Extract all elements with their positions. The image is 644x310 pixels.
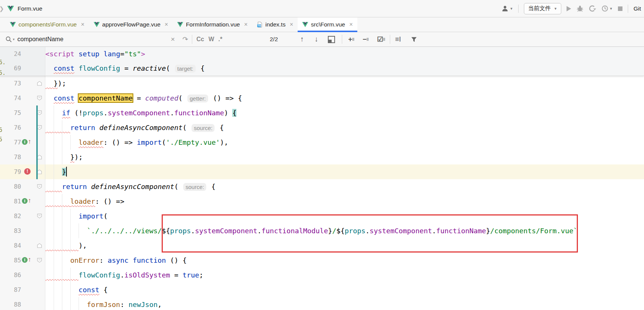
vcs-change-marker[interactable] [36,150,38,164]
code-text[interactable]: return defineAsyncComponent( source: { [45,120,644,135]
code-line-85[interactable]: 85I↑ onError: async function () { [0,253,644,268]
code-line-69[interactable]: 69 const flowConfig = reactive( target: … [0,61,644,76]
vcs-change-marker[interactable] [36,120,38,135]
code-line-76[interactable]: 76 return defineAsyncComponent( source: … [0,120,644,135]
code-text[interactable]: } [45,164,644,179]
code-text[interactable]: flowConfig.isOldSystem = true; [45,268,644,282]
fold-marker-icon[interactable] [35,209,44,223]
fold-marker-icon[interactable] [35,238,44,253]
code-line-84[interactable]: 84 ), [0,238,644,253]
code-line-81[interactable]: 81I↑ loader: () => [0,194,644,209]
run-configuration-dropdown[interactable]: 当前文件 ▼ [524,3,561,14]
close-tab-icon[interactable]: × [290,21,293,28]
vcs-change-marker[interactable] [36,135,38,150]
code-text[interactable]: formJson: newJson, [45,297,644,310]
indent-guide [62,282,62,297]
fold-marker-icon[interactable] [35,253,44,268]
add-occurrence-button[interactable]: +II [348,32,354,46]
tab-approveflowpage.vue[interactable]: approveFlowPage.vue× [89,17,173,32]
fold-marker-icon[interactable] [35,179,44,194]
run-with-coverage-button[interactable] [589,5,596,12]
code-text[interactable]: loader: () => import('./Empty.vue'), [45,135,644,150]
next-occurrence-button[interactable]: ↓ [315,32,318,46]
code-line-83[interactable]: 83 `./../../../views/${props.systemCompo… [0,223,644,238]
code-line-86[interactable]: 86 flowConfig.isOldSystem = true; [0,268,644,282]
code-text[interactable]: const { [45,282,644,297]
code-line-78[interactable]: 78 }); [0,150,644,164]
error-gutter-icon[interactable]: ! [24,168,31,175]
code-token: / [332,227,336,235]
implementation-gutter-icon[interactable]: I [22,198,28,204]
toggle-occurrence-button[interactable]: ☑II [377,32,385,46]
code-line-75[interactable]: 75 if (!props.systemComponent.functionNa… [0,105,644,120]
select-all-occurrences-button[interactable] [328,32,335,46]
tab-index.ts[interactable]: TSindex.ts× [252,17,298,32]
indent-guide [79,223,79,238]
indent-guide [62,120,62,135]
code-line-74[interactable]: 74 const componentName = computed( gette… [0,91,644,105]
code-text[interactable]: onError: async function () { [45,253,644,268]
code-text[interactable]: const componentName = computed( getter: … [45,91,644,105]
close-tab-icon[interactable]: × [349,21,353,28]
code-text[interactable]: loader: () => [45,194,644,209]
search-input[interactable]: componentName [17,32,63,46]
filter-search-lines-button[interactable]: ≡I [395,32,401,46]
vcs-change-marker[interactable] [36,164,38,179]
fold-marker-icon[interactable] [35,91,44,105]
code-text[interactable]: const flowConfig = reactive( target: { [45,61,644,76]
previous-occurrence-button[interactable]: ↑ [300,32,304,46]
words-toggle[interactable]: W [208,32,214,46]
stop-button[interactable] [618,6,622,11]
profiler-button[interactable]: ▼ [601,5,613,12]
filter-funnel-icon[interactable] [411,32,417,46]
code-token: (! [70,109,83,117]
debug-button[interactable] [576,5,584,12]
code-text[interactable]: `./../../../views/${props.systemComponen… [45,223,644,238]
code-line-73[interactable]: 73 }); [0,76,644,91]
code-line-87[interactable]: 87 const { [0,282,644,297]
code-text[interactable]: return defineAsyncComponent( source: { [45,179,644,194]
run-button[interactable] [567,6,571,11]
tab-forminformation.vue[interactable]: FormInformation.vue× [173,17,252,32]
code-token: onError [70,256,99,264]
divider [628,5,628,13]
git-widget[interactable]: Git [633,5,641,12]
code-line-79[interactable]: 79! } [0,164,644,179]
clear-search-icon[interactable]: × [171,32,175,46]
close-tab-icon[interactable]: × [165,21,168,28]
indent-guide [70,135,71,150]
line-number: 81 [0,194,21,209]
code-text[interactable]: ), [45,238,644,253]
implementation-gutter-icon[interactable]: I [22,139,28,145]
indent-guide [62,194,62,209]
code-line-88[interactable]: 88 formJson: newJson, [0,297,644,310]
close-tab-icon[interactable]: × [244,21,247,28]
search-icon[interactable]: ▾ [5,32,15,46]
implementation-gutter-icon[interactable]: I [22,257,28,263]
code-token: : [99,256,108,264]
code-line-77[interactable]: 77I↑ loader: () => import('./Empty.vue')… [0,135,644,150]
close-tab-icon[interactable]: × [81,21,84,28]
tab-components-form.vue[interactable]: components\Form.vue× [5,17,89,32]
vcs-change-marker[interactable] [36,105,38,120]
new-line-icon[interactable]: ↷ [182,32,188,46]
match-case-toggle[interactable]: Cc [196,32,204,46]
code-token: isOldSystem [124,271,170,279]
code-line-80[interactable]: 80 return defineAsyncComponent( source: … [0,179,644,194]
code-text[interactable]: }); [45,150,644,164]
code-line-82[interactable]: 82 import( [0,209,644,223]
code-line-24[interactable]: 24<script setup lang="ts"> [0,47,644,61]
remove-occurrence-button[interactable]: −II [363,32,369,46]
code-text[interactable]: <script setup lang="ts"> [45,47,644,61]
code-token: { [196,64,205,72]
tab-src-form.vue[interactable]: src\Form.vue× [298,17,357,32]
code-text[interactable]: if (!props.systemComponent.functionName)… [45,105,644,120]
code-editor[interactable]: 24<script setup lang="ts">69 const flowC… [0,47,644,310]
regex-toggle[interactable]: .* [218,32,222,46]
brace-match-highlight: { [232,109,236,117]
code-token: ; [199,271,203,279]
fold-marker-icon[interactable] [35,76,44,91]
user-account-button[interactable]: ▼ [501,5,513,12]
code-text[interactable]: }); [45,76,644,91]
code-text[interactable]: import( [45,209,644,223]
